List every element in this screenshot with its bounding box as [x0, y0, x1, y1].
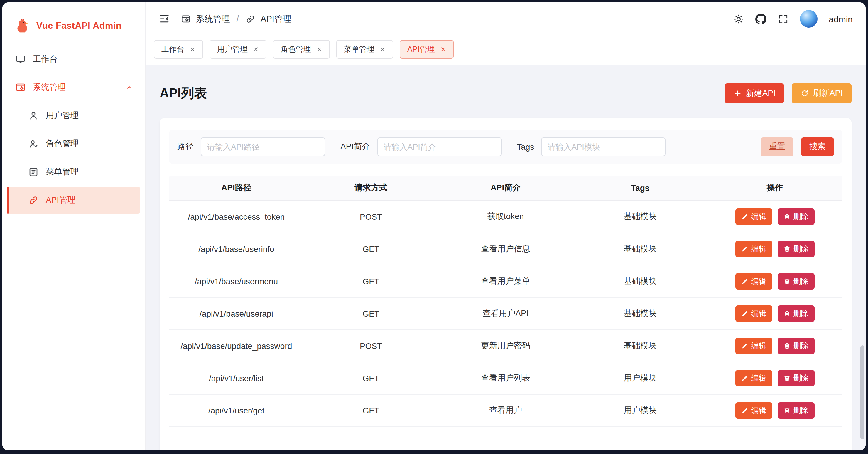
reset-button[interactable]: 重置: [761, 137, 794, 156]
column-header: Tags: [573, 183, 708, 193]
user-icon: [28, 110, 39, 121]
sidebar-item-roles[interactable]: 角色管理: [7, 131, 140, 158]
row-actions: 编辑 删除: [708, 305, 842, 322]
username: admin: [829, 14, 853, 24]
tab-menus[interactable]: 菜单管理: [336, 40, 393, 59]
summary-cell: 查看用户信息: [438, 244, 573, 254]
edit-label: 编辑: [751, 276, 767, 287]
trash-icon: [783, 375, 790, 382]
close-icon[interactable]: [253, 47, 259, 52]
search-button[interactable]: 搜索: [801, 137, 834, 156]
column-header: 操作: [708, 183, 842, 193]
delete-button[interactable]: 删除: [778, 402, 815, 419]
tab-workbench[interactable]: 工作台: [154, 40, 203, 59]
filter-bar: 路径 API简介 Tags 重置 搜索: [169, 130, 842, 164]
summary-cell: 查看用户API: [438, 308, 573, 319]
delete-button[interactable]: 删除: [778, 273, 815, 289]
edit-button[interactable]: 编辑: [735, 208, 772, 225]
tags-label: Tags: [517, 142, 534, 151]
api-path-cell: /api/v1/user/list: [169, 373, 304, 383]
sidebar: Vue FastAPI Admin 工作台: [2, 2, 146, 451]
filter-summary: API简介: [340, 137, 501, 156]
close-icon[interactable]: [316, 47, 322, 52]
main-content: API列表 新建API: [146, 65, 866, 451]
tab-roles[interactable]: 角色管理: [273, 40, 330, 59]
fullscreen-icon[interactable]: [778, 13, 789, 24]
table-header-row: API路径 请求方式 API简介 Tags 操作: [169, 176, 842, 201]
role-icon: [28, 139, 39, 149]
edit-label: 编辑: [751, 211, 767, 222]
summary-label: API简介: [340, 142, 370, 152]
api-table: API路径 请求方式 API简介 Tags 操作 /api/v1/base/ac…: [169, 176, 842, 427]
tags-cell: 用户模块: [573, 373, 708, 384]
delete-button[interactable]: 删除: [778, 208, 815, 225]
sidebar-fold-icon[interactable]: [158, 13, 170, 25]
github-icon[interactable]: [755, 13, 767, 24]
close-icon[interactable]: [380, 47, 385, 52]
breadcrumb-parent[interactable]: 系统管理: [196, 13, 230, 24]
filter-actions: 重置 搜索: [761, 137, 834, 156]
summary-cell: 更新用户密码: [438, 341, 573, 351]
edit-button[interactable]: 编辑: [735, 370, 772, 387]
edit-button[interactable]: 编辑: [735, 273, 772, 289]
brand: Vue FastAPI Admin: [2, 7, 145, 45]
refresh-api-label: 刷新API: [813, 88, 843, 99]
edit-label: 编辑: [751, 341, 767, 351]
sidebar-item-api[interactable]: API管理: [7, 187, 140, 214]
delete-button[interactable]: 删除: [778, 370, 815, 387]
sidebar-item-label: 工作台: [33, 54, 58, 65]
chevron-up-icon: [125, 83, 133, 92]
edit-label: 编辑: [751, 405, 767, 416]
edit-button[interactable]: 编辑: [735, 305, 772, 322]
pencil-icon: [741, 246, 748, 253]
delete-button[interactable]: 删除: [778, 305, 815, 322]
avatar[interactable]: [800, 10, 817, 28]
pencil-icon: [741, 213, 748, 220]
breadcrumb-current[interactable]: API管理: [260, 13, 291, 24]
edit-button[interactable]: 编辑: [735, 241, 772, 257]
theme-sun-icon[interactable]: [733, 13, 744, 24]
method-cell: GET: [304, 277, 438, 286]
tags-cell: 基础模块: [573, 276, 708, 287]
chicken-logo-icon: [14, 18, 31, 34]
create-api-label: 新建API: [746, 88, 776, 99]
sidebar-item-system[interactable]: 系统管理: [7, 74, 140, 101]
close-icon[interactable]: [440, 47, 446, 52]
trash-icon: [783, 278, 790, 285]
tags-cell: 基础模块: [573, 211, 708, 222]
path-label: 路径: [177, 142, 194, 152]
edit-button[interactable]: 编辑: [735, 402, 772, 419]
tags-cell: 基础模块: [573, 308, 708, 319]
sidebar-item-menus[interactable]: 菜单管理: [7, 159, 140, 186]
pencil-icon: [741, 375, 748, 382]
delete-button[interactable]: 删除: [778, 241, 815, 257]
summary-input[interactable]: [377, 137, 501, 156]
refresh-api-button[interactable]: 刷新API: [792, 83, 851, 103]
api-path-cell: /api/v1/user/get: [169, 406, 304, 415]
sidebar-item-workbench[interactable]: 工作台: [7, 46, 140, 73]
tab-users[interactable]: 用户管理: [210, 40, 267, 59]
create-api-button[interactable]: 新建API: [725, 83, 784, 103]
delete-label: 删除: [794, 244, 809, 254]
filter-tags: Tags: [517, 137, 665, 156]
sidebar-item-users[interactable]: 用户管理: [7, 102, 140, 129]
system-settings-icon: [15, 82, 26, 93]
api-card: 路径 API简介 Tags 重置 搜索: [160, 118, 851, 451]
edit-label: 编辑: [751, 308, 767, 319]
vertical-scrollbar[interactable]: [860, 345, 865, 439]
tab-api[interactable]: API管理: [400, 40, 454, 59]
path-input[interactable]: [201, 137, 325, 156]
method-cell: POST: [304, 341, 438, 351]
tags-input[interactable]: [541, 137, 665, 156]
delete-button[interactable]: 删除: [778, 338, 815, 354]
tab-label: 菜单管理: [344, 44, 374, 55]
trash-icon: [783, 310, 790, 317]
method-cell: POST: [304, 212, 438, 221]
api-link-icon: [28, 195, 39, 205]
edit-button[interactable]: 编辑: [735, 338, 772, 354]
api-link-icon: [245, 14, 255, 24]
close-icon[interactable]: [190, 47, 195, 52]
content-column: 系统管理 / API管理: [146, 2, 866, 451]
tab-label: 用户管理: [217, 44, 248, 55]
method-cell: GET: [304, 373, 438, 383]
